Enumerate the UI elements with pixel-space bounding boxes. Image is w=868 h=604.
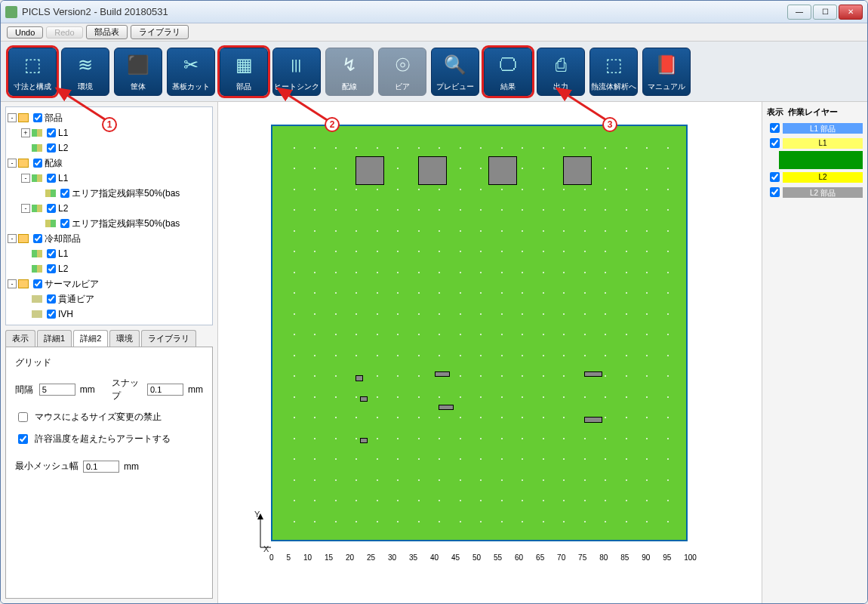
- tree-checkbox[interactable]: [33, 279, 42, 288]
- component-small[interactable]: [584, 371, 602, 378]
- component-chip[interactable]: [356, 156, 384, 185]
- tree-node[interactable]: -L2: [8, 201, 211, 216]
- ribbon-icon: 🖵: [499, 48, 517, 82]
- snap-input[interactable]: [147, 384, 183, 396]
- tree-checkbox[interactable]: [47, 294, 56, 304]
- tree-node[interactable]: -配線: [8, 156, 211, 171]
- component-small[interactable]: [360, 396, 368, 402]
- layer-checkbox[interactable]: [770, 138, 780, 148]
- ribbon-icon: ⫼: [288, 48, 306, 82]
- ribbon-ビア[interactable]: ⦾ビア: [378, 48, 426, 96]
- tree-checkbox[interactable]: [47, 143, 56, 153]
- ribbon-出力[interactable]: ⎙出力: [537, 48, 585, 96]
- rp-hdr-show: 表示: [767, 106, 788, 118]
- ribbon-部品[interactable]: ▦部品: [220, 48, 268, 96]
- tree-node[interactable]: L2: [8, 140, 211, 156]
- expand-icon[interactable]: -: [8, 234, 17, 243]
- tree-node[interactable]: エリア指定残銅率50%(bas: [8, 186, 211, 201]
- tree-checkbox[interactable]: [60, 219, 69, 228]
- layer-row[interactable]: L2: [767, 170, 863, 184]
- tree-checkbox[interactable]: [60, 189, 69, 198]
- layer-row[interactable]: L1 部品: [767, 121, 863, 135]
- layer-row[interactable]: L2 部品: [767, 185, 863, 199]
- tree-checkbox[interactable]: [47, 204, 56, 213]
- component-small[interactable]: [360, 438, 368, 444]
- tree-checkbox[interactable]: [47, 264, 56, 273]
- ribbon-label: ビア: [395, 82, 410, 92]
- layer-row[interactable]: [767, 151, 863, 169]
- tree-node[interactable]: L1: [8, 246, 211, 261]
- redo-button[interactable]: Redo: [46, 26, 82, 39]
- alert-temp-checkbox[interactable]: [18, 434, 28, 444]
- layer-checkbox[interactable]: [770, 187, 780, 197]
- expand-icon[interactable]: +: [21, 128, 30, 137]
- tree-label: 部品: [45, 112, 63, 125]
- ribbon-icon: ✂: [183, 48, 199, 82]
- tab-環境[interactable]: 環境: [109, 330, 140, 347]
- component-small[interactable]: [439, 405, 454, 411]
- tree-node[interactable]: IVH: [8, 307, 211, 322]
- component-chip[interactable]: [418, 156, 447, 185]
- tick-label: 10: [303, 553, 312, 562]
- component-chip[interactable]: [563, 156, 592, 185]
- ribbon-プレビュー[interactable]: 🔍プレビュー: [431, 48, 479, 96]
- ribbon-結果[interactable]: 🖵結果: [484, 48, 532, 96]
- undo-button[interactable]: Undo: [7, 26, 43, 39]
- component-small[interactable]: [356, 375, 363, 381]
- component-small[interactable]: [435, 371, 450, 378]
- property-tabs: 表示詳細1詳細2環境ライブラリ: [5, 330, 213, 347]
- tab-詳細2[interactable]: 詳細2: [73, 330, 108, 347]
- tree-node[interactable]: -サーマルビア: [8, 276, 211, 291]
- tree-checkbox[interactable]: [47, 128, 56, 137]
- layer-checkbox[interactable]: [770, 172, 780, 182]
- component-small[interactable]: [584, 417, 602, 423]
- tree-checkbox[interactable]: [47, 310, 56, 319]
- tree-label: L1: [58, 173, 68, 183]
- tree-checkbox[interactable]: [47, 174, 56, 183]
- expand-icon[interactable]: -: [8, 279, 17, 288]
- close-button[interactable]: ✕: [839, 5, 863, 20]
- expand-icon[interactable]: -: [8, 113, 17, 122]
- tick-label: 0: [269, 553, 274, 562]
- tree-checkbox[interactable]: [33, 159, 42, 168]
- maximize-button[interactable]: ☐: [813, 5, 837, 20]
- canvas-area[interactable]: Y X 051015202530354045505560657075808590…: [218, 102, 762, 603]
- tree-node[interactable]: L2: [8, 261, 211, 276]
- ribbon-label: マニュアル: [648, 82, 685, 92]
- tree-node[interactable]: 貫通ビア: [8, 291, 211, 307]
- ribbon-環境[interactable]: ≋環境: [61, 48, 109, 96]
- tab-表示[interactable]: 表示: [5, 330, 35, 347]
- tree-checkbox[interactable]: [33, 113, 42, 122]
- lock-resize-checkbox[interactable]: [18, 412, 28, 422]
- left-pane: -部品+L1L2-配線-L1エリア指定残銅率50%(bas-L2エリア指定残銅率…: [1, 102, 218, 603]
- ribbon-マニュアル[interactable]: 📕マニュアル: [642, 48, 691, 96]
- tree-node[interactable]: -冷却部品: [8, 231, 211, 246]
- minimize-button[interactable]: —: [787, 5, 811, 20]
- ribbon-筐体[interactable]: ⬛筐体: [114, 48, 162, 96]
- tree-node[interactable]: -L1: [8, 171, 211, 186]
- tab-詳細1[interactable]: 詳細1: [37, 330, 72, 347]
- tree-checkbox[interactable]: [47, 249, 56, 258]
- spacing-input[interactable]: [39, 384, 75, 396]
- tree-node[interactable]: エリア指定残銅率50%(bas: [8, 216, 211, 231]
- ribbon-基板カット[interactable]: ✂基板カット: [167, 48, 215, 96]
- ribbon-寸法と構成[interactable]: ⬚寸法と構成: [8, 48, 57, 96]
- tab-ライブラリ[interactable]: ライブラリ: [141, 330, 196, 347]
- ribbon-label: 配線: [342, 82, 357, 92]
- expand-icon[interactable]: -: [21, 174, 30, 183]
- component-chip[interactable]: [488, 156, 517, 185]
- partslist-button[interactable]: 部品表: [86, 25, 128, 39]
- ribbon-ヒートシンク[interactable]: ⫼ヒートシンク: [272, 48, 321, 96]
- mesh-input[interactable]: [83, 461, 119, 473]
- tree-checkbox[interactable]: [33, 234, 42, 243]
- tree-view[interactable]: -部品+L1L2-配線-L1エリア指定残銅率50%(bas-L2エリア指定残銅率…: [5, 106, 213, 325]
- expand-icon[interactable]: -: [21, 204, 30, 213]
- expand-icon[interactable]: -: [8, 159, 17, 168]
- ribbon-熱流体解析へ[interactable]: ⬚熱流体解析へ: [589, 48, 638, 96]
- library-button[interactable]: ライブラリ: [131, 25, 189, 39]
- layer-checkbox[interactable]: [770, 123, 780, 133]
- tick-label: 40: [430, 553, 439, 562]
- layer-row[interactable]: L1: [767, 136, 863, 150]
- ribbon-配線[interactable]: ↯配線: [325, 48, 374, 96]
- pcb-board[interactable]: [271, 125, 688, 541]
